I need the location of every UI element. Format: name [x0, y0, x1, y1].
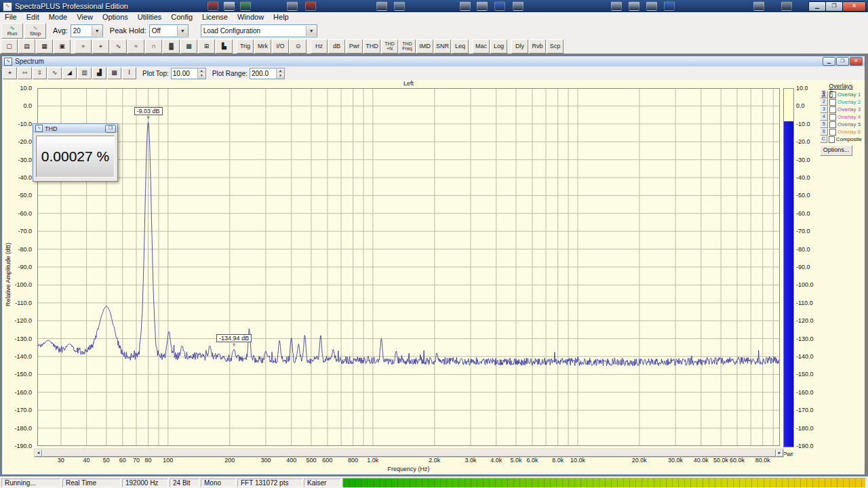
spin-down-icon[interactable]: ▼	[277, 73, 284, 79]
spin-up-icon[interactable]: ▲	[198, 68, 205, 74]
overlay-checkbox-6[interactable]	[829, 129, 836, 136]
overlay-checkbox-3[interactable]	[829, 106, 836, 113]
plot-top-spinner[interactable]: ▲▼	[171, 68, 206, 79]
zoom-button[interactable]: ⌖	[3, 67, 17, 79]
plot-top-spin-buttons[interactable]: ▲▼	[197, 68, 205, 79]
plot-range-spinner[interactable]: ▲▼	[250, 68, 285, 79]
overlay-set-button-C[interactable]: C	[820, 136, 827, 143]
menu-item-mode[interactable]: Mode	[44, 12, 73, 22]
imd-button[interactable]: IMD	[416, 39, 433, 54]
taskbar-icon[interactable]	[629, 1, 639, 11]
taskbar-icon[interactable]	[494, 1, 505, 11]
delay-button[interactable]: Dly	[511, 39, 528, 54]
open-file-button[interactable]: ▤	[18, 39, 35, 54]
taskbar-icon[interactable]	[781, 1, 792, 11]
scroll-left-icon[interactable]: ◄	[35, 449, 42, 457]
menu-item-license[interactable]: License	[197, 12, 233, 22]
thd-button[interactable]: THD	[363, 39, 380, 54]
overlay-checkbox-C[interactable]	[829, 136, 835, 143]
overlay-set-button-3[interactable]: 3	[820, 106, 828, 113]
overlay-checkbox-5[interactable]	[829, 121, 836, 128]
chevron-down-icon[interactable]: ▼	[92, 26, 102, 36]
plot-top-input[interactable]	[172, 68, 197, 79]
table-view-button[interactable]: ⊞	[198, 39, 215, 54]
chevron-down-icon[interactable]: ▼	[306, 26, 317, 36]
plot-range-input[interactable]	[250, 68, 276, 79]
db-button[interactable]: dB	[328, 39, 345, 54]
surface-view-button[interactable]: ▩	[180, 39, 197, 54]
thd-window[interactable]: ∿ THD ❐ 0.00027 %	[33, 123, 118, 182]
overlay-checkbox-4[interactable]	[829, 114, 836, 121]
peak-hold-select[interactable]: Off ▼	[149, 24, 189, 37]
zoom-x-in-button[interactable]: ⇿	[18, 67, 32, 79]
taskbar-icon[interactable]	[376, 1, 387, 11]
menu-item-utilities[interactable]: Utilities	[133, 12, 166, 22]
zoom-tool-button[interactable]: ⌖	[92, 39, 109, 54]
thd-window-button[interactable]: ❐	[105, 125, 116, 133]
minimize-button[interactable]: ▁	[808, 1, 826, 12]
new-file-button[interactable]: ▢	[1, 39, 18, 54]
line-plot-button[interactable]: ∿	[47, 67, 62, 79]
macro-button[interactable]: Mac	[473, 39, 490, 54]
timer-button[interactable]: ⊙	[290, 39, 307, 54]
spectrum-close-button[interactable]: ✕	[850, 57, 863, 66]
area-plot-button[interactable]: ◢	[62, 67, 77, 79]
spectrogram-view-button[interactable]: ▓	[163, 39, 180, 54]
spectrum-maximize-button[interactable]: ❐	[836, 57, 849, 66]
save-file-button[interactable]: ▦	[36, 39, 53, 54]
taskbar-icon[interactable]	[611, 1, 622, 11]
overlay-set-button-6[interactable]: 6	[820, 128, 828, 136]
overlay-set-button-2[interactable]: 2	[820, 98, 828, 106]
thd-n-button[interactable]: THD+N	[381, 39, 398, 54]
log-button[interactable]: Log	[490, 39, 507, 54]
dual-waveform-view-button[interactable]: ≈	[127, 39, 144, 54]
taskbar-icon[interactable]	[305, 1, 316, 11]
taskbar-icon[interactable]	[394, 1, 405, 11]
trigger-button[interactable]: Trig	[237, 39, 254, 54]
spectrum-view-button[interactable]: ∩	[145, 39, 162, 54]
overlay-checkbox-2[interactable]	[829, 99, 836, 106]
io-button[interactable]: I/O	[272, 39, 289, 54]
menu-item-edit[interactable]: Edit	[22, 12, 44, 22]
bar-plot-button[interactable]: ▥	[77, 67, 92, 79]
time-series-view-button[interactable]: ∿	[110, 39, 127, 54]
overlays-options-button[interactable]: Options...	[820, 145, 852, 156]
thd-freq-button[interactable]: THDFreq	[399, 39, 416, 54]
chevron-down-icon[interactable]: ▼	[177, 26, 188, 36]
taskbar-icon[interactable]	[208, 1, 218, 11]
avg-select[interactable]: 20 ▼	[71, 24, 103, 37]
overlay-set-button-4[interactable]: 4	[820, 113, 828, 121]
close-button[interactable]: ✕	[842, 1, 866, 12]
decay-view-button[interactable]: ▙	[216, 39, 233, 54]
taskbar-icon[interactable]	[477, 1, 488, 11]
spectrum-chart[interactable]	[37, 88, 780, 446]
histogram-button[interactable]: ▟	[92, 67, 106, 79]
scroll-right-icon[interactable]: ►	[776, 449, 783, 457]
hz-button[interactable]: Hz	[311, 39, 328, 54]
load-configuration-select[interactable]: Load Configuration ▼	[201, 24, 317, 37]
taskbar-icon[interactable]	[753, 1, 764, 11]
taskbar-icon[interactable]	[664, 1, 675, 11]
taskbar-icon[interactable]	[224, 1, 235, 11]
zoom-x-out-button[interactable]: ⇳	[33, 67, 47, 79]
spectrum-minimize-button[interactable]: ▁	[823, 57, 835, 66]
stop-button[interactable]: ∿ Stop	[24, 23, 46, 39]
spin-up-icon[interactable]: ▲	[277, 68, 284, 74]
taskbar-icon[interactable]	[513, 1, 524, 11]
menu-item-config[interactable]: Config	[166, 12, 197, 22]
snr-button[interactable]: SNR	[434, 39, 451, 54]
menu-item-options[interactable]: Options	[98, 12, 133, 22]
thd-window-titlebar[interactable]: ∿ THD ❐	[33, 124, 117, 133]
reverb-button[interactable]: Rvb	[529, 39, 546, 54]
maximize-button[interactable]: ❐	[825, 1, 843, 12]
leq-button[interactable]: Leq	[452, 39, 469, 54]
overlay-set-button-5[interactable]: 5	[820, 121, 828, 128]
taskbar-icon[interactable]	[460, 1, 471, 11]
spectrogram-button[interactable]: ▩	[107, 67, 121, 79]
run-button[interactable]: ∿ Run	[1, 23, 23, 39]
plot-range-spin-buttons[interactable]: ▲▼	[276, 68, 284, 79]
marker-mode-button[interactable]: Ⅰ	[122, 67, 136, 79]
menu-item-file[interactable]: File	[0, 12, 22, 22]
scrollbar-thumb[interactable]	[42, 449, 776, 457]
pwr-button[interactable]: Pwr	[346, 39, 363, 54]
